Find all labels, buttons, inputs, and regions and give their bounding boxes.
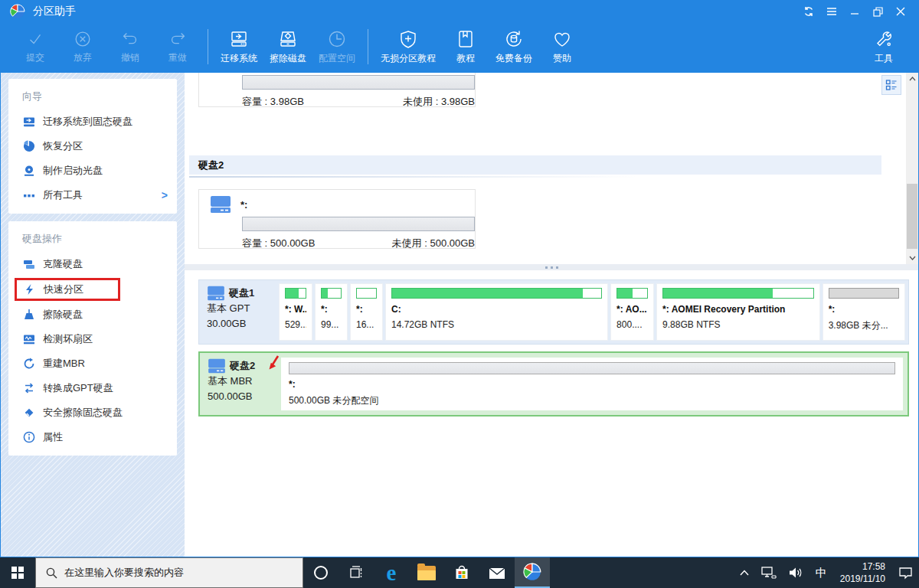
- vertical-scrollbar[interactable]: [906, 73, 918, 264]
- pie-recover-icon: [22, 140, 35, 153]
- partition-block-unallocated[interactable]: *: 3.98GB 未分...: [823, 283, 905, 341]
- partition-detail-card-partial[interactable]: 容量 : 3.98GB 未使用 : 3.98GB: [198, 73, 476, 107]
- disk2-label[interactable]: 硬盘2 基本 MBR 500.00GB: [200, 353, 276, 415]
- sidebar-item-wipe-disk[interactable]: 擦除硬盘: [8, 302, 177, 327]
- scroll-up-icon[interactable]: [906, 73, 918, 85]
- tools-button[interactable]: 工具: [860, 28, 908, 65]
- disk2-row-selected[interactable]: 硬盘2 基本 MBR 500.00GB *: 500.00GB 未分配空间: [198, 351, 909, 416]
- partition-tutorial-button[interactable]: 无损分区教程: [374, 28, 442, 65]
- file-explorer-button[interactable]: [409, 557, 444, 588]
- partition-block[interactable]: *: 16...: [350, 283, 383, 341]
- refresh-icon[interactable]: [797, 2, 820, 21]
- migrate-disk-icon: [228, 28, 250, 50]
- disk-size: 500.00GB: [208, 389, 273, 404]
- partition-block-c-drive[interactable]: C: 14.72GB NTFS: [385, 283, 608, 341]
- tutorial-button[interactable]: 教程: [442, 28, 489, 65]
- app-logo-icon: [10, 4, 25, 19]
- view-toggle-button[interactable]: [881, 75, 901, 95]
- backup-sync-icon: [503, 28, 525, 50]
- main-panel: 容量 : 3.98GB 未使用 : 3.98GB 硬盘2: [185, 73, 918, 557]
- partition-detail-card-disk2[interactable]: *: 容量 : 500.00GB 未使用 : 500.00GB: [198, 189, 476, 249]
- partition-block[interactable]: *: 99...: [315, 283, 348, 341]
- undo-button[interactable]: 撤销: [106, 29, 154, 64]
- sidebar-item-migrate-os-to-ssd[interactable]: 迁移系统到固态硬盘: [8, 109, 177, 134]
- sidebar-item-recover-partition[interactable]: 恢复分区: [8, 134, 177, 158]
- action-center-icon[interactable]: [892, 557, 919, 588]
- close-icon[interactable]: [889, 2, 912, 21]
- scrollbar-thumb[interactable]: [907, 184, 917, 249]
- sidebar-item-label: 所有工具: [43, 188, 83, 202]
- disk2-unallocated-partition[interactable]: *: 500.00GB 未分配空间: [281, 358, 903, 410]
- redo-button[interactable]: 重做: [154, 29, 201, 64]
- speaker-icon[interactable]: [783, 557, 809, 588]
- drive-arrow-icon: [22, 116, 35, 129]
- partition-block[interactable]: *: AO... 800....: [610, 283, 654, 341]
- toolbar: 提交 放弃 撤销 重做 迁移系统: [1, 23, 918, 73]
- allocate-space-button[interactable]: 配置空间: [312, 28, 361, 65]
- broom-icon: [22, 309, 35, 322]
- mail-icon: [489, 566, 505, 580]
- task-view-button[interactable]: [338, 557, 374, 588]
- start-icon: [11, 567, 24, 579]
- partition-assistant-taskbar-button[interactable]: [515, 557, 550, 588]
- commit-button[interactable]: 提交: [11, 29, 59, 64]
- pane-splitter[interactable]: [185, 264, 918, 270]
- drive-icon: [208, 358, 226, 374]
- chevron-right-icon: >: [162, 189, 168, 201]
- scroll-down-icon[interactable]: [906, 252, 918, 264]
- cortana-button[interactable]: [303, 557, 338, 588]
- sidebar-item-all-tools[interactable]: 所有工具 >: [8, 183, 177, 207]
- heart-icon: [551, 28, 573, 50]
- sidebar-item-label: 检测坏扇区: [43, 332, 93, 346]
- secure-erase-icon: [22, 407, 35, 420]
- disk1-row[interactable]: 硬盘1 基本 GPT 30.00GB *: W... 529....: [198, 279, 909, 345]
- unused-label: 未使用 : 3.98GB: [403, 95, 475, 109]
- mail-button[interactable]: [479, 557, 515, 588]
- free-backup-button[interactable]: 免费备份: [489, 28, 538, 65]
- menu-icon[interactable]: [820, 2, 843, 21]
- edge-button[interactable]: e: [374, 557, 409, 588]
- tray-chevron-up-icon[interactable]: [734, 557, 755, 588]
- migrate-os-button[interactable]: 迁移系统: [214, 28, 263, 65]
- sidebar: 向导 迁移系统到固态硬盘 恢复分区: [1, 73, 185, 557]
- disk2-section-header: 硬盘2: [189, 155, 881, 175]
- section-title: 硬盘操作: [8, 229, 177, 252]
- wrench-icon: [873, 28, 894, 50]
- partition-block-recovery[interactable]: *: AOMEI Recovery Partition 9.88GB NTFS: [656, 283, 820, 341]
- wipe-disk-button[interactable]: 擦除磁盘: [263, 28, 312, 65]
- taskbar-search-input[interactable]: 在这里输入你要搜索的内容: [35, 557, 303, 588]
- clone-disk-icon: [22, 258, 35, 271]
- content-area: 向导 迁移系统到固态硬盘 恢复分区: [1, 73, 918, 557]
- partition-assistant-icon: [523, 563, 541, 581]
- red-annotation-arrow: [266, 354, 281, 374]
- sidebar-item-clone-disk[interactable]: 克隆硬盘: [8, 252, 177, 276]
- disk-operations-section: 硬盘操作 克隆硬盘 快速分区: [8, 221, 177, 456]
- sidebar-item-quick-partition[interactable]: 快速分区: [15, 278, 120, 301]
- drive-icon: [210, 195, 231, 214]
- store-button[interactable]: [444, 557, 479, 588]
- restore-icon[interactable]: [866, 2, 889, 21]
- sidebar-item-rebuild-mbr[interactable]: 重建MBR: [8, 351, 177, 376]
- network-icon[interactable]: [755, 557, 783, 588]
- sidebar-item-label: 转换成GPT硬盘: [43, 381, 113, 395]
- window-controls: [797, 2, 912, 21]
- sidebar-item-properties[interactable]: 属性: [8, 425, 177, 449]
- sponsor-button[interactable]: 赞助: [538, 28, 586, 65]
- sidebar-item-check-bad-sectors[interactable]: 检测坏扇区: [8, 327, 177, 351]
- disk1-label[interactable]: 硬盘1 基本 GPT 30.00GB: [199, 280, 276, 344]
- sidebar-item-label: 擦除硬盘: [43, 308, 83, 322]
- discard-button[interactable]: 放弃: [59, 29, 106, 64]
- shield-plus-icon: [397, 28, 419, 50]
- minimize-icon[interactable]: [843, 2, 866, 21]
- partition-block[interactable]: *: W... 529....: [279, 283, 312, 341]
- start-button[interactable]: [0, 557, 35, 588]
- capacity-label: 容量 : 3.98GB: [242, 95, 304, 109]
- ime-indicator[interactable]: 中: [809, 557, 833, 588]
- file-explorer-icon: [417, 566, 436, 580]
- sidebar-item-make-bootable-disc[interactable]: 制作启动光盘: [8, 158, 177, 183]
- taskbar-clock[interactable]: 17:58 2019/11/10: [833, 560, 892, 585]
- sidebar-item-convert-to-gpt[interactable]: 转换成GPT硬盘: [8, 376, 177, 400]
- capacity-bar: [242, 217, 475, 231]
- wizard-section: 向导 迁移系统到固态硬盘 恢复分区: [8, 79, 177, 214]
- sidebar-item-secure-erase-ssd[interactable]: 安全擦除固态硬盘: [8, 400, 177, 425]
